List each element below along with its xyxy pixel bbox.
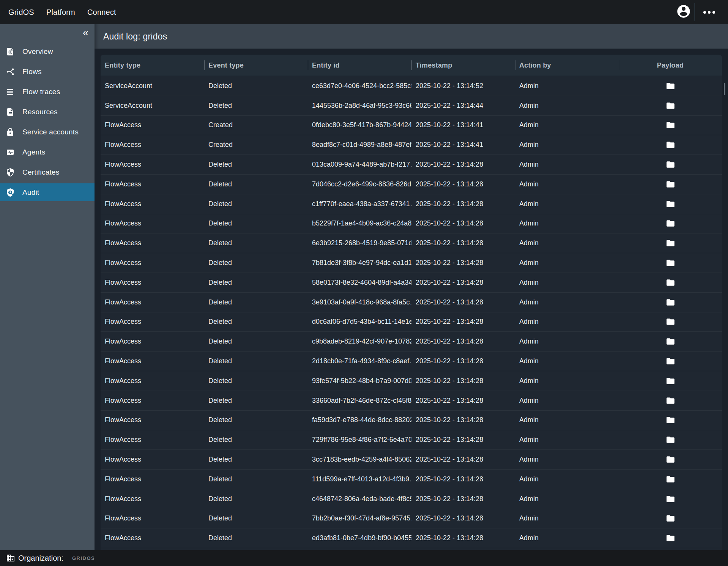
cell-event-type: Deleted [204, 239, 308, 247]
table-row: FlowAccess Deleted 58e0173f-8e32-4604-89… [101, 273, 722, 293]
cell-entity-type: FlowAccess [101, 318, 204, 326]
account-button[interactable] [676, 4, 692, 20]
table-body: ServiceAccount Deleted ce63d7e0-4e06-452… [101, 76, 722, 548]
cell-timestamp: 2025-10-22 - 13:14:41 [411, 141, 515, 149]
payload-button[interactable] [664, 237, 677, 249]
sidebar-item-audit[interactable]: Audit [0, 183, 95, 201]
vertical-scrollbar[interactable] [724, 83, 725, 95]
cell-action-by: Admin [515, 161, 619, 169]
more-options-button[interactable] [701, 7, 717, 17]
payload-button[interactable] [664, 375, 677, 387]
sidebar-item-flow-traces[interactable]: Flow traces [0, 83, 95, 101]
top-menu-item-connect[interactable]: Connect [87, 8, 116, 17]
organization-value: GRIDOS [72, 555, 95, 561]
folder-icon [666, 101, 675, 110]
cell-payload [619, 237, 722, 249]
cell-entity-id: d0c6af06-d7d5-43b4-bc11-14e1e… [308, 318, 411, 326]
sidebar-item-agents[interactable]: Agents [0, 143, 95, 161]
app-body: « Overview Flows Flow traces Resources S… [0, 24, 728, 550]
cell-payload [619, 512, 722, 525]
payload-button[interactable] [664, 512, 677, 525]
sidebar-item-flows[interactable]: Flows [0, 63, 95, 80]
cell-payload [619, 375, 722, 387]
column-header-entity-type: Entity type [101, 55, 204, 76]
payload-button[interactable] [664, 453, 677, 466]
cell-entity-id: 729ff786-95e8-4f86-a7f2-6e4a70… [308, 436, 411, 444]
cell-timestamp: 2025-10-22 - 13:14:28 [411, 357, 515, 365]
payload-button[interactable] [664, 178, 677, 191]
cell-action-by: Admin [515, 337, 619, 345]
payload-button[interactable] [664, 296, 677, 309]
payload-button[interactable] [664, 532, 677, 544]
collapse-sidebar-button[interactable]: « [83, 27, 88, 38]
payload-button[interactable] [664, 139, 677, 151]
cell-entity-type: FlowAccess [101, 495, 204, 503]
top-menu-item-gridos[interactable]: GridOS [8, 8, 34, 17]
cell-action-by: Admin [515, 298, 619, 306]
table-header-row: Entity typeEvent typeEntity idTimestampA… [101, 55, 722, 76]
payload-button[interactable] [664, 315, 677, 328]
cell-timestamp: 2025-10-22 - 13:14:52 [411, 82, 515, 90]
payload-button[interactable] [664, 434, 677, 446]
cell-entity-id: 6e3b9215-268b-4519-9e85-071d… [308, 239, 411, 247]
payload-button[interactable] [664, 99, 677, 112]
cell-event-type: Created [204, 141, 308, 149]
cell-entity-type: FlowAccess [101, 121, 204, 129]
cell-payload [619, 434, 722, 446]
account-circle-icon [676, 4, 691, 20]
audit-icon [6, 188, 15, 197]
sidebar-item-label: Flow traces [22, 88, 60, 96]
cell-entity-type: FlowAccess [101, 141, 204, 149]
column-header-event-type: Event type [204, 55, 308, 76]
payload-button[interactable] [664, 257, 677, 269]
payload-button[interactable] [664, 158, 677, 171]
sidebar-item-service-accounts[interactable]: Service accounts [0, 123, 95, 141]
cell-timestamp: 2025-10-22 - 13:14:28 [411, 456, 515, 464]
payload-button[interactable] [664, 355, 677, 367]
top-menu-item-platform[interactable]: Platform [46, 8, 75, 17]
cell-timestamp: 2025-10-22 - 13:14:28 [411, 180, 515, 188]
column-header-action-by: Action by [515, 55, 619, 76]
payload-button[interactable] [664, 119, 677, 131]
payload-button[interactable] [664, 217, 677, 230]
payload-button[interactable] [664, 80, 677, 92]
sidebar-item-label: Flows [22, 68, 42, 76]
table-row: FlowAccess Deleted 7bb2b0ae-f30f-47d4-af… [101, 509, 722, 529]
cell-action-by: Admin [515, 495, 619, 503]
page-title: Audit log: gridos [103, 32, 167, 42]
cell-entity-id: 7d046cc2-d2e6-499c-8836-826d… [308, 180, 411, 188]
payload-button[interactable] [664, 414, 677, 426]
cell-entity-id: b5229f7f-1ae4-4b09-ac36-c24a8… [308, 219, 411, 227]
payload-button[interactable] [664, 473, 677, 486]
folder-icon [666, 533, 675, 543]
payload-button[interactable] [664, 493, 677, 505]
sidebar-item-resources[interactable]: Resources [0, 103, 95, 121]
table-row: FlowAccess Deleted 93fe574f-5b22-48b4-b7… [101, 371, 722, 391]
cell-payload [619, 315, 722, 328]
payload-button[interactable] [664, 335, 677, 348]
cell-event-type: Deleted [204, 397, 308, 405]
agents-icon [6, 148, 15, 157]
payload-button[interactable] [664, 276, 677, 289]
sidebar-item-certificates[interactable]: Certificates [0, 163, 95, 181]
cell-action-by: Admin [515, 219, 619, 227]
cell-action-by: Admin [515, 200, 619, 208]
folder-icon [666, 494, 675, 504]
cell-event-type: Deleted [204, 102, 308, 110]
cell-timestamp: 2025-10-22 - 13:14:28 [411, 337, 515, 345]
payload-button[interactable] [664, 198, 677, 210]
cell-entity-id: ed3afb81-0be7-4db9-bf90-b0455… [308, 534, 411, 542]
payload-button[interactable] [664, 394, 677, 407]
cell-payload [619, 296, 722, 309]
cell-action-by: Admin [515, 357, 619, 365]
sidebar-item-label: Audit [22, 188, 39, 197]
sidebar-item-label: Resources [22, 108, 58, 116]
table-row: FlowAccess Deleted 3cc7183b-eedb-4259-a4… [101, 450, 722, 470]
sidebar-item-overview[interactable]: Overview [0, 43, 95, 60]
folder-icon [666, 376, 675, 386]
cell-entity-type: FlowAccess [101, 436, 204, 444]
cell-event-type: Deleted [204, 200, 308, 208]
cell-timestamp: 2025-10-22 - 13:14:28 [411, 534, 515, 542]
table-row: FlowAccess Deleted 3e9103af-0a9f-418c-96… [101, 293, 722, 312]
cell-entity-type: FlowAccess [101, 377, 204, 385]
